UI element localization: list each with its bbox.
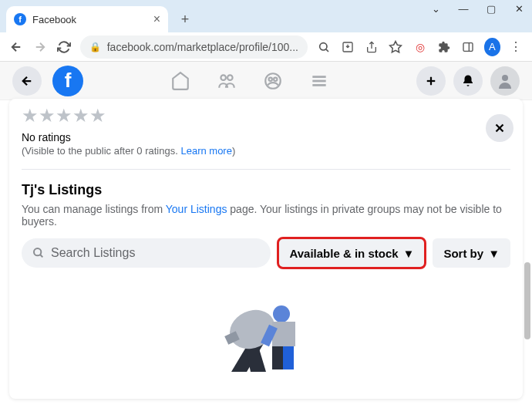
svg-point-0 [319,42,326,49]
close-panel-button[interactable] [486,114,513,142]
svg-point-8 [269,77,272,80]
home-icon[interactable] [170,71,190,91]
learn-more-link[interactable]: Learn more [180,145,231,157]
address-bar[interactable]: 🔒 facebook.com/marketplace/profile/100..… [80,35,308,59]
listings-controls: Search Listings Available & in stock ▼ S… [22,238,510,268]
svg-point-24 [273,305,290,322]
sort-by-dropdown[interactable]: Sort by ▼ [433,238,510,268]
fb-header-right [416,66,520,96]
fb-back-button[interactable] [12,66,42,96]
svg-line-19 [40,255,42,257]
url-text: facebook.com/marketplace/profile/100... [107,41,298,53]
share-icon[interactable] [363,38,379,56]
caret-down-icon: ▼ [403,247,415,260]
search-placeholder: Search Listings [51,246,135,260]
listings-heading: Tj's Listings [22,182,510,198]
extension-record-icon[interactable]: ◎ [412,38,428,56]
extensions-puzzle-icon[interactable] [436,38,452,56]
tab-favicon: f [14,13,26,25]
install-app-icon[interactable] [339,38,355,56]
lock-icon: 🔒 [89,42,101,52]
svg-rect-3 [463,42,473,51]
svg-point-9 [274,77,277,80]
notifications-bell-button[interactable] [453,66,483,96]
fb-logo[interactable]: f [52,66,83,96]
svg-point-7 [265,73,281,89]
account-avatar[interactable] [490,66,520,96]
svg-point-6 [227,75,233,80]
friends-icon[interactable] [217,71,237,91]
menu-icon[interactable] [309,71,329,91]
star-icon: ★ [39,105,56,127]
browser-tab[interactable]: f Facebook × [6,6,168,32]
your-listings-link[interactable]: Your Listings [166,203,227,215]
new-tab-button[interactable]: + [174,8,196,30]
omnibox-search-icon[interactable] [315,38,332,56]
listings-description: You can manage listings from Your Listin… [22,203,510,228]
nav-reload-button[interactable] [56,38,72,56]
search-icon [32,247,45,259]
ratings-visibility-text: (Visible to the public after 0 ratings. … [22,145,510,157]
svg-marker-2 [390,41,402,52]
browser-toolbar: 🔒 facebook.com/marketplace/profile/100..… [0,32,532,62]
bookmark-star-icon[interactable] [388,38,404,56]
svg-rect-25 [272,322,295,346]
browser-menu-button[interactable]: ⋮ [508,38,524,56]
svg-point-18 [34,248,41,255]
empty-state-illustration [22,268,510,383]
window-close-button[interactable]: ✕ [512,3,526,15]
scrollbar-thumb[interactable] [524,262,530,339]
window-controls: ⌄ — ▢ ✕ [429,3,526,15]
groups-icon[interactable] [263,71,283,91]
svg-point-5 [221,75,226,80]
window-minimize-button[interactable]: — [456,3,470,15]
search-listings-input[interactable]: Search Listings [22,238,271,268]
fb-top-nav [94,71,406,91]
tab-title: Facebook [32,14,147,25]
caret-down-icon: ▼ [488,247,500,260]
availability-filter-dropdown[interactable]: Available & in stock ▼ [278,238,425,268]
profile-avatar-button[interactable]: A [484,38,500,56]
side-panel-icon[interactable] [460,38,476,56]
star-icon: ★ [89,105,106,127]
browser-titlebar: f Facebook × + ⌄ — ▢ ✕ [0,0,532,32]
nav-forward-button[interactable] [32,38,48,56]
svg-rect-27 [283,346,294,369]
star-icon: ★ [22,105,39,127]
no-ratings-text: No ratings [22,131,510,143]
svg-point-15 [502,75,508,81]
star-icon: ★ [56,105,72,127]
profile-panel: ★★★★★ No ratings (Visible to the public … [9,99,523,399]
star-icon: ★ [72,105,89,127]
tab-close-icon[interactable]: × [153,12,160,26]
window-maximize-button[interactable]: ▢ [484,3,498,15]
chevron-down-icon[interactable]: ⌄ [429,3,443,15]
fb-header: f [0,62,532,100]
create-plus-button[interactable] [416,66,446,96]
nav-back-button[interactable] [8,38,24,56]
divider [22,169,510,170]
svg-rect-26 [272,346,283,369]
rating-stars: ★★★★★ [22,105,510,127]
